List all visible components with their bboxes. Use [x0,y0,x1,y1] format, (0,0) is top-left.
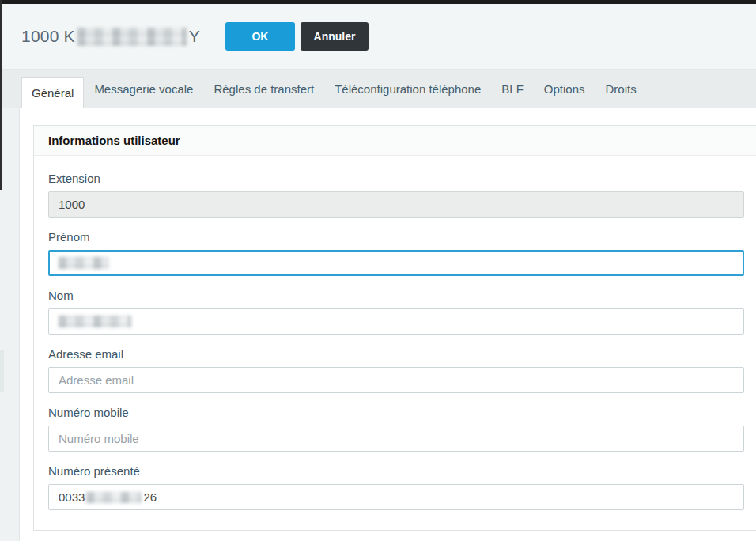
top-black-bar [0,0,756,4]
email-input[interactable] [48,367,744,393]
tab-rights[interactable]: Droits [595,70,647,108]
field-email: Adresse email [48,346,744,393]
extension-input[interactable] [48,191,744,218]
left-edge-dark-sliver [0,0,2,190]
left-edge-notch [0,350,4,392]
cancel-button[interactable]: Annuler [301,22,369,51]
field-caller-id: Numéro présenté 0033 26 [48,463,744,510]
tab-general[interactable]: Général [21,77,84,108]
last-name-input[interactable] [48,308,744,335]
redacted-caller-id-middle [86,492,142,503]
email-label: Adresse email [48,346,744,362]
tab-phone-provisioning[interactable]: Téléconfiguration téléphone [324,70,491,108]
page-title-suffix: Y [189,27,200,46]
caller-id-label: Numéro présenté [48,463,744,479]
panel-body: Extension Prénom Nom Adresse email [34,156,756,510]
field-last-name: Nom [48,287,744,335]
redacted-last-name [59,316,131,327]
ok-button[interactable]: OK [225,22,295,51]
field-first-name: Prénom [48,229,744,276]
caller-id-suffix: 26 [143,490,157,504]
tab-blf[interactable]: BLF [491,70,534,108]
caller-id-input[interactable]: 0033 26 [48,484,744,510]
panel-title: Informations utilisateur [34,126,756,156]
last-name-label: Nom [48,287,744,304]
first-name-input[interactable] [48,250,744,276]
caller-id-prefix: 0033 [59,490,85,504]
page-title-prefix: 1000 K [21,27,75,46]
content-area: Informations utilisateur Extension Préno… [0,108,756,541]
tab-options[interactable]: Options [534,70,595,108]
field-extension: Extension [48,170,744,218]
mobile-input[interactable] [48,426,744,452]
tab-transfer-rules[interactable]: Règles de transfert [203,70,324,108]
field-mobile: Numéro mobile [48,404,744,452]
tab-voicemail[interactable]: Messagerie vocale [84,70,203,108]
user-info-panel: Informations utilisateur Extension Préno… [33,125,756,531]
mobile-label: Numéro mobile [48,404,744,421]
page-title: 1000 K Y [21,27,200,46]
left-gutter [0,108,20,541]
extension-label: Extension [48,170,744,187]
header-buttons: OK Annuler [225,22,369,51]
first-name-label: Prénom [48,229,744,245]
redacted-first-name [59,257,109,269]
tab-bar: Général Messagerie vocale Règles de tran… [0,70,756,108]
redacted-title-block [77,28,187,46]
page-header: 1000 K Y OK Annuler [0,4,756,70]
